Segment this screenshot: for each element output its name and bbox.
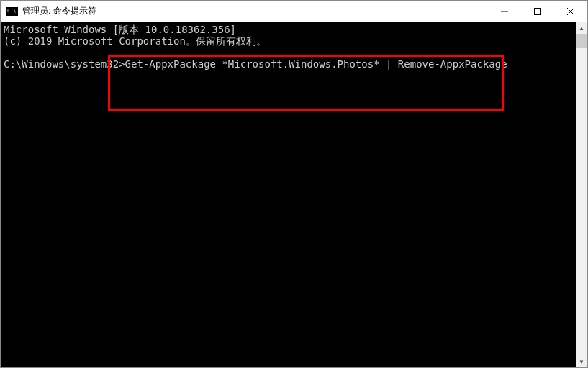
vertical-scrollbar[interactable]: ▲ ▼ xyxy=(576,22,587,367)
scrollbar-thumb[interactable] xyxy=(576,34,587,48)
minimize-button[interactable] xyxy=(488,1,521,22)
svg-rect-1 xyxy=(535,8,541,14)
titlebar: 管理员: 命令提示符 xyxy=(1,1,587,22)
terminal-line-copyright: (c) 2019 Microsoft Corporation。保留所有权利。 xyxy=(4,35,266,47)
terminal-content[interactable]: Microsoft Windows [版本 10.0.18362.356] (c… xyxy=(1,22,576,367)
terminal-prompt: C:\Windows\system32> xyxy=(4,58,125,70)
terminal-area: Microsoft Windows [版本 10.0.18362.356] (c… xyxy=(1,22,587,367)
cmd-icon xyxy=(6,7,18,16)
terminal-command: Get-AppxPackage *Microsoft.Windows.Photo… xyxy=(125,58,507,70)
window-controls xyxy=(488,1,587,22)
scrollbar-down-button[interactable]: ▼ xyxy=(576,356,587,367)
window-title: 管理员: 命令提示符 xyxy=(22,5,488,17)
terminal-line-version: Microsoft Windows [版本 10.0.18362.356] xyxy=(4,24,236,35)
close-button[interactable] xyxy=(554,1,587,22)
maximize-button[interactable] xyxy=(521,1,554,22)
scrollbar-up-button[interactable]: ▲ xyxy=(576,22,587,34)
